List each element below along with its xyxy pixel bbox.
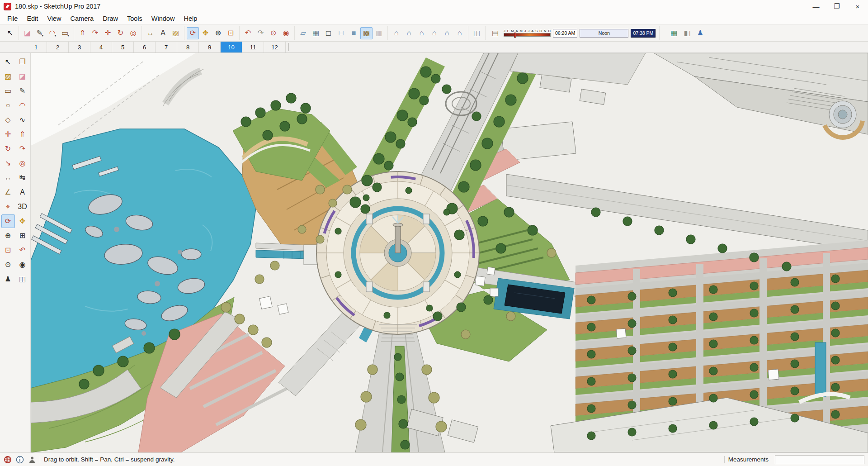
polygon-button[interactable]: ◇	[1, 113, 15, 127]
scene-tab-6[interactable]: 6	[134, 42, 156, 52]
shadow-date-slider[interactable]: JFMAMJJASOND	[504, 29, 551, 37]
zoom-window-button[interactable]: ⊞	[16, 229, 29, 243]
scene-tab-4[interactable]: 4	[90, 42, 112, 52]
scene-tab-1[interactable]: 1	[25, 42, 47, 52]
select-button[interactable]: ↖	[4, 27, 16, 39]
terrain-toggle-button[interactable]: ▦	[668, 27, 680, 39]
scene-tab-12[interactable]: 12	[264, 42, 286, 52]
follow-me-button[interactable]: ↷	[89, 27, 101, 39]
text-button[interactable]: A	[157, 27, 169, 39]
eraser-button[interactable]: ◪	[21, 27, 33, 39]
section-plane-button[interactable]: ◫	[471, 27, 483, 39]
info-icon[interactable]	[16, 456, 24, 464]
close-button[interactable]: ×	[847, 0, 868, 13]
make-component-button[interactable]: ❐	[16, 55, 29, 69]
position-camera-button[interactable]: ⊙	[267, 27, 279, 39]
x-ray-button[interactable]: ▱	[297, 27, 309, 39]
previous-button[interactable]: ↶	[16, 243, 29, 257]
wireframe-button[interactable]: ◻	[322, 27, 335, 39]
follow-me-button[interactable]: ↷	[16, 142, 29, 156]
menu-view[interactable]: View	[42, 13, 66, 24]
view-top-button[interactable]: ⌂	[403, 27, 415, 39]
previous-button[interactable]: ↶	[242, 27, 254, 39]
view-iso-button[interactable]: ⌂	[390, 27, 402, 39]
menu-edit[interactable]: Edit	[22, 13, 42, 24]
view-front-button[interactable]: ⌂	[415, 27, 428, 39]
person-scale-button[interactable]: ♟	[694, 27, 706, 39]
eraser-button[interactable]: ◪	[16, 70, 29, 83]
dropdown-arrow-icon[interactable]: ▾	[54, 33, 56, 39]
line-button[interactable]: ✎▾	[34, 27, 46, 39]
menu-help[interactable]: Help	[179, 13, 202, 24]
line-button[interactable]: ✎	[16, 84, 29, 98]
menu-camera[interactable]: Camera	[66, 13, 99, 24]
maximize-button[interactable]: ❐	[826, 0, 847, 13]
menu-file[interactable]: File	[3, 13, 22, 24]
scene-tab-7[interactable]: 7	[156, 42, 177, 52]
zoom-extents-button[interactable]: ⊡	[225, 27, 237, 39]
pan-button[interactable]: ✥	[199, 27, 212, 39]
tape-measure-button[interactable]: ↔	[1, 171, 15, 185]
view-left-button[interactable]: ⌂	[441, 27, 453, 39]
push-pull-button[interactable]: ⇑	[76, 27, 89, 39]
zoom-button[interactable]: ⊕	[212, 27, 224, 39]
scene-tab-10[interactable]: 10	[221, 42, 242, 52]
paint-bucket-button[interactable]: ▨	[1, 70, 15, 83]
measurements-input[interactable]	[775, 455, 864, 464]
arc-button[interactable]: ◠	[16, 99, 29, 112]
move-button[interactable]: ✛	[102, 27, 114, 39]
pan-button[interactable]: ✥	[16, 214, 29, 228]
rotate-button[interactable]: ↻	[1, 142, 15, 156]
view-right-button[interactable]: ⌂	[453, 27, 466, 39]
orbit-button[interactable]: ⟳	[187, 27, 199, 39]
scene-tab-8[interactable]: 8	[177, 42, 199, 52]
circle-button[interactable]: ○	[1, 99, 15, 112]
protractor-button[interactable]: ∠	[1, 185, 15, 199]
shapes-button[interactable]: ▭▾	[59, 27, 71, 39]
offset-button[interactable]: ◎	[16, 157, 29, 170]
orbit-button[interactable]: ⟳	[1, 214, 15, 228]
scale-button[interactable]: ↘	[1, 157, 15, 170]
view-back-button[interactable]: ⌂	[428, 27, 440, 39]
freehand-button[interactable]: ∿	[16, 113, 29, 127]
geolocation-icon[interactable]	[4, 456, 12, 464]
shaded-with-textures-button[interactable]: ▩	[360, 27, 373, 39]
person-icon[interactable]	[28, 456, 36, 464]
text-button[interactable]: A	[16, 185, 29, 199]
back-edges-button[interactable]: ▦	[310, 27, 322, 39]
look-around-button[interactable]: ◉	[16, 258, 29, 271]
monochrome-button[interactable]: ▥	[373, 27, 385, 39]
push-pull-button[interactable]: ⇑	[16, 128, 29, 141]
menu-window[interactable]: Window	[147, 13, 179, 24]
position-camera-button[interactable]: ⊙	[1, 258, 15, 271]
scene-tab-5[interactable]: 5	[112, 42, 134, 52]
3d-text-button[interactable]: 3D	[16, 200, 29, 214]
menu-tools[interactable]: Tools	[123, 13, 147, 24]
shaded-button[interactable]: ■	[348, 27, 360, 39]
axes-button[interactable]: ⌖	[1, 200, 15, 214]
zoom-extents-button[interactable]: ⊡	[1, 243, 15, 257]
section-plane-button[interactable]: ◫	[16, 272, 29, 286]
dropdown-arrow-icon[interactable]: ▾	[42, 33, 43, 39]
tape-measure-button[interactable]: ↔	[144, 27, 156, 39]
shadow-time-slider[interactable]: Noon	[580, 29, 628, 38]
surface-toggle-button[interactable]: ◧	[681, 27, 693, 39]
dropdown-arrow-icon[interactable]: ▾	[67, 33, 69, 39]
dimension-button[interactable]: ↹	[16, 171, 29, 185]
paint-bucket-button[interactable]: ▨	[170, 27, 182, 39]
look-around-button[interactable]: ◉	[280, 27, 292, 39]
minimize-button[interactable]: —	[806, 0, 826, 13]
scene-tab-9[interactable]: 9	[199, 42, 221, 52]
arcs-button[interactable]: ◠▾	[47, 27, 59, 39]
walk-button[interactable]: ♟	[1, 272, 15, 286]
menu-draw[interactable]: Draw	[98, 13, 123, 24]
rectangle-button[interactable]: ▭	[1, 84, 15, 98]
scene-tab-3[interactable]: 3	[69, 42, 90, 52]
rotate-button[interactable]: ↻	[114, 27, 127, 39]
offset-button[interactable]: ◎	[127, 27, 139, 39]
scene-tab-2[interactable]: 2	[47, 42, 69, 52]
zoom-button[interactable]: ⊕	[1, 229, 15, 243]
scene-tab-11[interactable]: 11	[242, 42, 264, 52]
shadow-settings-button[interactable]: ▤	[489, 27, 501, 39]
hidden-line-button[interactable]: □	[335, 27, 347, 39]
